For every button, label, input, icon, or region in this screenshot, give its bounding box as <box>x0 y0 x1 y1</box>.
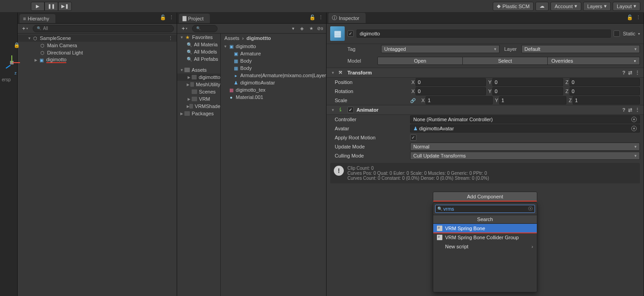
foldout-icon[interactable]: ▼ <box>27 36 32 40</box>
account-dropdown[interactable]: Account ▾ <box>550 2 581 11</box>
lock-icon[interactable]: 🔒 <box>14 42 20 48</box>
hierarchy-item[interactable]: Directional Light <box>18 49 177 56</box>
favorite-search[interactable]: 🔍All Materia <box>177 41 220 48</box>
step-button[interactable]: ▶❚ <box>58 2 72 11</box>
component-search-input[interactable]: 🔍 ⓧ <box>435 205 535 213</box>
folder-row[interactable]: Scenes <box>177 88 220 95</box>
object-picker-icon[interactable] <box>631 126 637 131</box>
position-y-input[interactable] <box>492 78 563 86</box>
filter-label-icon[interactable]: ◈ <box>298 25 306 32</box>
cloud-button[interactable]: ☁ <box>535 2 549 11</box>
foldout-icon[interactable]: ▼ <box>330 71 336 75</box>
folder-row[interactable]: ▶MeshUtility <box>177 81 220 88</box>
favorite-search[interactable]: 🔍All Models <box>177 48 220 55</box>
play-button[interactable]: ▶ <box>31 2 45 11</box>
apply-root-checkbox[interactable] <box>410 134 416 141</box>
static-checkbox[interactable] <box>614 30 620 37</box>
scale-z-input[interactable] <box>573 96 640 104</box>
transform-header[interactable]: ▼ Transform ?⇄⋮ <box>327 68 644 78</box>
favorite-search[interactable]: 🔍All Prefabs <box>177 55 220 63</box>
rotation-z-input[interactable] <box>570 87 640 95</box>
animator-header[interactable]: ▼ Animator ?⇄⋮ <box>327 105 644 115</box>
asset-row[interactable]: ▼digimotto <box>221 43 326 50</box>
breadcrumb-segment[interactable]: digimottto <box>247 35 271 41</box>
hidden-icon[interactable]: ⊘9 <box>316 25 324 32</box>
link-scale-icon[interactable]: 🔗 <box>410 98 416 103</box>
pause-button[interactable]: ❚❚ <box>45 2 58 11</box>
overrides-dropdown[interactable]: Overrides▾ <box>548 57 640 65</box>
component-result-selected[interactable]: VRM Spring Bone <box>433 224 537 233</box>
assets-row[interactable]: ▼Assets <box>177 66 220 74</box>
packages-row[interactable]: ▶Packages <box>177 110 220 117</box>
filter-type-icon[interactable]: ▾ <box>289 25 297 32</box>
panel-lock-icon[interactable]: 🔓 <box>160 15 166 20</box>
object-name-input[interactable] <box>357 30 611 38</box>
asset-row[interactable]: Body <box>221 64 326 72</box>
enabled-checkbox[interactable] <box>347 30 354 37</box>
panel-menu-icon[interactable]: ⋮ <box>318 15 323 20</box>
hierarchy-tab[interactable]: ≡Hierarchy <box>20 14 56 23</box>
scene-row[interactable]: ▼ SampleScene ⋮ <box>18 35 177 42</box>
clear-search-icon[interactable]: ⓧ <box>528 206 533 212</box>
position-x-input[interactable] <box>416 78 486 86</box>
panel-menu-icon[interactable]: ⋮ <box>636 15 641 20</box>
asset-row[interactable]: Armature <box>221 50 326 57</box>
scene-menu-icon[interactable]: ⋮ <box>168 35 173 41</box>
project-tab[interactable]: ▇Project <box>179 14 210 23</box>
component-menu-icon[interactable]: ⋮ <box>635 107 640 113</box>
asset-row[interactable]: Armature|Armature|mixamo.com|Layer <box>221 72 326 79</box>
folder-row[interactable]: ▶VRMShade <box>177 103 220 110</box>
panel-lock-icon[interactable]: 🔓 <box>309 15 316 20</box>
plastic-scm-button[interactable]: ◆Plastic SCM <box>493 2 534 11</box>
hierarchy-item-selected[interactable]: ▶ ▣ digimotto <box>18 56 177 64</box>
create-asset-dropdown[interactable]: + <box>180 25 189 32</box>
update-mode-dropdown[interactable]: Normal <box>410 143 640 151</box>
component-result[interactable]: VRM Spring Bone Collider Group <box>433 233 537 242</box>
component-menu-icon[interactable]: ⋮ <box>635 70 640 76</box>
layers-dropdown[interactable]: Layers ▾ <box>583 2 611 11</box>
rotation-y-input[interactable] <box>492 87 563 95</box>
preset-icon[interactable]: ⇄ <box>628 107 632 113</box>
static-dropdown-icon[interactable]: ▾ <box>638 32 640 36</box>
orientation-gizmo[interactable] <box>4 54 20 71</box>
rotation-x-input[interactable] <box>416 87 486 95</box>
culling-mode-dropdown[interactable]: Cull Update Transforms <box>410 152 640 160</box>
panel-menu-icon[interactable]: ⋮ <box>169 15 174 20</box>
panel-lock-icon[interactable]: 🔓 <box>627 15 633 20</box>
open-button[interactable]: Open <box>377 57 463 65</box>
culling-mode-label: Culling Mode <box>335 153 407 158</box>
inspector-tab[interactable]: ⓘInspector <box>328 13 366 23</box>
help-icon[interactable]: ? <box>622 107 625 113</box>
save-search-icon[interactable]: ★ <box>307 25 315 32</box>
folder-icon <box>192 75 197 79</box>
folder-row[interactable]: ▶VRM <box>177 95 220 103</box>
new-script-item[interactable]: New script› <box>433 242 537 251</box>
layout-dropdown[interactable]: Layout ▾ <box>613 2 640 11</box>
controller-field[interactable]: None (Runtime Animator Controller) <box>410 115 640 123</box>
create-dropdown[interactable]: + <box>20 25 30 32</box>
breadcrumb-segment[interactable]: Assets <box>224 35 239 41</box>
preset-icon[interactable]: ⇄ <box>628 70 632 76</box>
asset-row[interactable]: digimottoAvatar <box>221 79 326 86</box>
asset-row[interactable]: digimotto_tex <box>221 86 326 94</box>
foldout-icon[interactable]: ▼ <box>330 108 336 112</box>
scale-x-input[interactable] <box>426 96 493 104</box>
asset-row[interactable]: Body <box>221 57 326 64</box>
asset-row[interactable]: Material.001 <box>221 94 326 101</box>
component-enabled-checkbox[interactable] <box>347 107 354 113</box>
tag-dropdown[interactable]: Untagged <box>381 45 500 53</box>
folder-row-selected[interactable]: ▶digimottto <box>177 74 220 81</box>
help-icon[interactable]: ? <box>622 70 625 76</box>
hierarchy-item[interactable]: Main Camera <box>18 42 177 49</box>
foldout-icon[interactable]: ▶ <box>33 58 39 62</box>
object-picker-icon[interactable] <box>631 117 637 122</box>
favorites-row[interactable]: ▼Favorites <box>177 34 220 41</box>
add-component-button[interactable]: Add Component <box>433 192 537 202</box>
position-z-input[interactable] <box>570 78 640 86</box>
layer-dropdown[interactable]: Default <box>521 45 640 53</box>
project-search-input[interactable] <box>192 25 218 32</box>
select-button[interactable]: Select <box>463 57 548 65</box>
hierarchy-search-input[interactable]: All <box>33 25 174 32</box>
scale-y-input[interactable] <box>499 96 566 104</box>
avatar-field[interactable]: ♟ digimottoAvatar <box>410 124 640 133</box>
